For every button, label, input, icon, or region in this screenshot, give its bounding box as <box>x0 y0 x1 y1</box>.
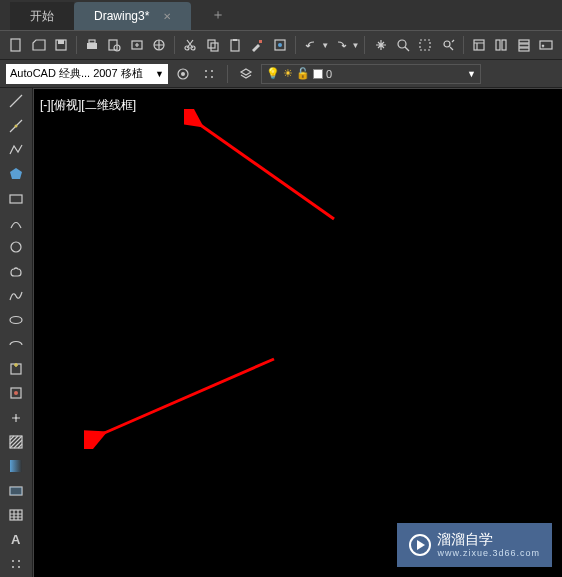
add-selected-icon[interactable] <box>6 555 26 573</box>
svg-rect-43 <box>10 460 22 472</box>
svg-point-31 <box>211 70 213 72</box>
svg-rect-3 <box>87 43 97 49</box>
document-tabs: 开始 Drawing3* ✕ ＋ <box>0 0 562 30</box>
separator <box>295 36 296 54</box>
ellipse-arc-icon[interactable] <box>6 335 26 353</box>
separator <box>463 36 464 54</box>
viewport-label[interactable]: [-][俯视][二维线框] <box>40 97 136 114</box>
tab-start[interactable]: 开始 <box>10 2 74 30</box>
text-icon[interactable]: A <box>6 530 26 548</box>
circle-icon[interactable] <box>6 238 26 256</box>
layer-properties-icon[interactable] <box>235 63 257 85</box>
svg-point-33 <box>211 76 213 78</box>
tab-drawing[interactable]: Drawing3* ✕ <box>74 2 191 30</box>
svg-point-49 <box>18 560 20 562</box>
workspace-label: AutoCAD 经典... 2007 移植 <box>10 66 143 81</box>
svg-rect-22 <box>496 40 500 50</box>
new-file-icon[interactable] <box>6 34 26 56</box>
properties-icon[interactable] <box>469 34 489 56</box>
publish-icon[interactable] <box>127 34 147 56</box>
new-tab-button[interactable]: ＋ <box>201 2 235 28</box>
hatch-icon[interactable] <box>6 433 26 451</box>
print-preview-icon[interactable] <box>104 34 124 56</box>
svg-point-34 <box>15 124 18 127</box>
spline-icon[interactable] <box>6 287 26 305</box>
svg-point-37 <box>10 317 22 324</box>
annotation-arrow-1 <box>184 109 354 229</box>
revision-cloud-icon[interactable] <box>6 262 26 280</box>
svg-line-52 <box>199 124 334 219</box>
svg-rect-13 <box>231 40 239 51</box>
svg-rect-35 <box>10 195 22 203</box>
svg-point-32 <box>205 76 207 78</box>
svg-point-51 <box>18 566 20 568</box>
draw-toolbar: A <box>0 88 33 577</box>
svg-point-29 <box>181 72 185 76</box>
command-line-icon[interactable] <box>536 34 556 56</box>
separator <box>227 65 228 83</box>
close-icon[interactable]: ✕ <box>163 11 171 22</box>
play-icon <box>409 534 431 556</box>
arc-icon[interactable] <box>6 214 26 232</box>
paste-icon[interactable] <box>225 34 245 56</box>
open-file-icon[interactable] <box>28 34 48 56</box>
ellipse-icon[interactable] <box>6 311 26 329</box>
layer-selector[interactable]: 💡 ☀ 🔓 0 ▼ <box>261 64 481 84</box>
redo-dropdown[interactable]: ▼ <box>352 41 360 50</box>
redo-icon[interactable] <box>331 34 351 56</box>
line-icon[interactable] <box>6 92 26 110</box>
tab-label: 开始 <box>30 8 54 25</box>
separator <box>76 36 77 54</box>
secondary-toolbar: AutoCAD 经典... 2007 移植 ▼ 💡 ☀ 🔓 0 ▼ <box>0 60 562 88</box>
separator <box>174 36 175 54</box>
tool-palettes-icon[interactable] <box>513 34 533 56</box>
workspace-selector[interactable]: AutoCAD 经典... 2007 移植 ▼ <box>6 64 168 84</box>
svg-point-36 <box>11 242 21 252</box>
layer-color-icon <box>313 69 323 79</box>
lock-icon: 🔓 <box>296 67 310 80</box>
workspace-settings-icon[interactable] <box>172 63 194 85</box>
save-icon[interactable] <box>51 34 71 56</box>
svg-rect-15 <box>259 40 262 43</box>
3d-print-icon[interactable] <box>149 34 169 56</box>
zoom-realtime-icon[interactable] <box>393 34 413 56</box>
svg-rect-26 <box>519 48 529 51</box>
workspace-grip-icon[interactable] <box>198 63 220 85</box>
sun-icon: ☀ <box>283 67 293 80</box>
insert-block-icon[interactable] <box>6 360 26 378</box>
zoom-previous-icon[interactable] <box>437 34 457 56</box>
layer-name: 0 <box>326 68 332 80</box>
chevron-down-icon: ▼ <box>155 69 164 79</box>
svg-point-30 <box>205 70 207 72</box>
drawing-canvas[interactable]: [-][俯视][二维线框] <box>33 88 562 577</box>
zoom-window-icon[interactable] <box>415 34 435 56</box>
svg-point-40 <box>14 391 18 395</box>
construction-line-icon[interactable] <box>6 116 26 134</box>
table-icon[interactable] <box>6 506 26 524</box>
svg-point-20 <box>444 41 450 47</box>
region-icon[interactable] <box>6 482 26 500</box>
polygon-icon[interactable] <box>6 165 26 183</box>
main-toolbar: ▼ ▼ <box>0 30 562 60</box>
svg-rect-25 <box>519 44 529 47</box>
sheet-set-icon[interactable] <box>491 34 511 56</box>
gradient-icon[interactable] <box>6 457 26 475</box>
print-icon[interactable] <box>82 34 102 56</box>
content-area: A [-][俯视][二维线框] <box>0 88 562 577</box>
svg-rect-21 <box>474 40 484 50</box>
rectangle-icon[interactable] <box>6 189 26 207</box>
match-props-icon[interactable] <box>247 34 267 56</box>
point-icon[interactable] <box>6 408 26 426</box>
polyline-icon[interactable] <box>6 141 26 159</box>
svg-rect-46 <box>10 510 22 520</box>
undo-icon[interactable] <box>301 34 321 56</box>
pan-icon[interactable] <box>370 34 390 56</box>
make-block-icon[interactable] <box>6 384 26 402</box>
undo-dropdown[interactable]: ▼ <box>321 41 329 50</box>
block-editor-icon[interactable] <box>270 34 290 56</box>
cut-icon[interactable] <box>180 34 200 56</box>
svg-rect-27 <box>540 41 552 49</box>
svg-point-50 <box>12 566 14 568</box>
copy-icon[interactable] <box>203 34 223 56</box>
chevron-down-icon: ▼ <box>467 69 476 79</box>
